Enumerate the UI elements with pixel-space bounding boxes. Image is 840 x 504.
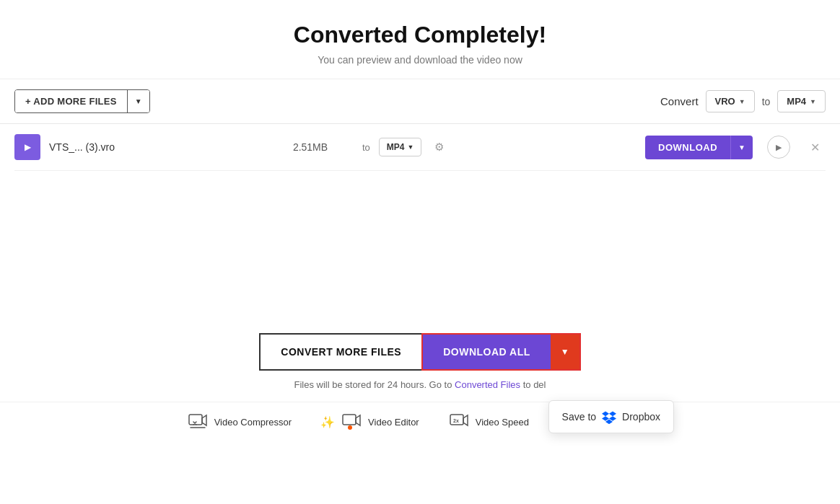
file-size: 2.51MB — [274, 141, 346, 153]
tool-video-speed[interactable]: 2x Video Speed — [448, 411, 529, 433]
to-format-button[interactable]: MP4 ▼ — [777, 90, 826, 112]
video-speed-icon: 2x — [448, 411, 470, 433]
play-button[interactable]: ▶ — [767, 136, 790, 159]
convert-controls: Convert VRO ▼ to MP4 ▼ — [660, 90, 826, 112]
video-editor-icon — [341, 411, 362, 433]
chevron-down-icon: ▼ — [408, 143, 414, 151]
to-text: to — [762, 96, 771, 107]
convert-more-button[interactable]: CONVERT MORE FILES — [259, 333, 421, 371]
close-icon: ✕ — [810, 141, 820, 154]
video-editor-label: Video Editor — [368, 417, 419, 428]
page-subtitle: You can preview and download the video n… — [14, 54, 826, 66]
sparkle-icon: ✨ — [320, 415, 335, 429]
tool-video-compressor[interactable]: Video Compressor — [187, 411, 292, 433]
add-files-main-button[interactable]: + ADD MORE FILES — [15, 90, 127, 112]
chevron-down-icon: ▼ — [739, 98, 745, 105]
table-row: VTS_... (3).vro 2.51MB to MP4 ▼ ⚙ DOWNLO… — [14, 124, 826, 171]
storage-note: Files will be stored for 24 hours. Go to… — [294, 379, 546, 390]
svg-text:2x: 2x — [453, 418, 459, 423]
close-button[interactable]: ✕ — [805, 138, 826, 157]
from-format-button[interactable]: VRO ▼ — [706, 90, 755, 112]
tool-video-editor[interactable]: ✨ Video Editor — [320, 411, 419, 433]
video-speed-label: Video Speed — [476, 417, 529, 428]
file-name: VTS_... (3).vro — [49, 141, 179, 153]
dropbox-icon — [602, 410, 616, 424]
page-title: Converted Completely! — [14, 22, 826, 48]
chevron-down-icon: ▼ — [738, 143, 745, 151]
dropbox-dropdown: Save to Dropbox — [548, 400, 674, 433]
chevron-down-icon: ▼ — [810, 98, 816, 105]
download-button-group: DOWNLOAD ▼ — [645, 136, 753, 159]
convert-label: Convert — [660, 95, 699, 107]
file-list-area: VTS_... (3).vro 2.51MB to MP4 ▼ ⚙ DOWNLO… — [0, 124, 840, 311]
svg-rect-1 — [343, 415, 356, 425]
header-section: Converted Completely! You can preview an… — [0, 0, 840, 79]
play-icon: ▶ — [776, 143, 782, 152]
download-main-button[interactable]: DOWNLOAD — [645, 136, 730, 159]
download-all-group: DOWNLOAD ALL ▼ — [421, 333, 580, 371]
add-files-button-group: + ADD MORE FILES ▼ — [14, 89, 150, 113]
converted-files-link[interactable]: Converted Files — [455, 379, 520, 390]
settings-icon[interactable]: ⚙ — [434, 141, 444, 154]
save-to-label: Save to — [562, 411, 596, 423]
download-dropdown-button[interactable]: ▼ — [730, 136, 753, 159]
from-format-label: VRO — [715, 96, 735, 107]
bottom-actions: CONVERT MORE FILES DOWNLOAD ALL ▼ Files … — [0, 311, 840, 402]
video-compressor-label: Video Compressor — [214, 417, 292, 428]
video-compressor-icon — [187, 411, 209, 433]
chevron-down-icon: ▼ — [135, 97, 142, 105]
actions-row: CONVERT MORE FILES DOWNLOAD ALL ▼ — [259, 333, 580, 371]
file-to-text: to — [362, 142, 370, 153]
dropbox-label: Dropbox — [622, 411, 660, 423]
add-files-dropdown-button[interactable]: ▼ — [127, 90, 149, 112]
file-format-label: MP4 — [387, 142, 405, 152]
file-format-button[interactable]: MP4 ▼ — [379, 138, 422, 156]
bottom-tools: Video Compressor ✨ Video Editor 2x Video… — [0, 402, 840, 443]
file-icon — [14, 134, 40, 160]
svg-point-2 — [348, 425, 352, 430]
download-all-dropdown-button[interactable]: ▼ — [551, 335, 579, 369]
toolbar: + ADD MORE FILES ▼ Convert VRO ▼ to MP4 … — [0, 79, 840, 124]
download-all-button[interactable]: DOWNLOAD ALL — [423, 335, 551, 369]
chevron-down-icon: ▼ — [561, 347, 569, 357]
to-format-label: MP4 — [787, 96, 806, 107]
